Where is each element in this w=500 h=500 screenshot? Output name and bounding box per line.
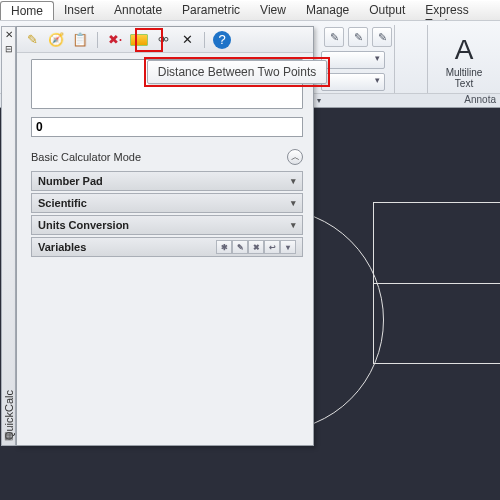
properties-icon[interactable]: ▦ [4,430,13,441]
ruler-icon [130,34,148,46]
clear-history-icon[interactable]: 🧭 [47,31,65,49]
rectangle-shape [373,202,500,364]
distance-tooltip: Distance Between Two Points [147,60,327,84]
tab-view[interactable]: View [250,1,296,20]
ribbon-button-1[interactable]: ✎ [324,27,344,47]
section-label: Units Conversion [38,219,129,231]
tab-parametric[interactable]: Parametric [172,1,250,20]
ribbon-small-buttons: ✎ ✎ ✎ [324,27,392,47]
var-return-icon[interactable]: ↩ [264,240,280,254]
section-label: Scientific [38,197,87,209]
autohide-pin-icon[interactable]: ⊟ [2,44,15,54]
paste-value-icon[interactable]: 📋 [71,31,89,49]
intersection-icon[interactable]: ✕ [178,31,196,49]
section-number-pad[interactable]: Number Pad ▾ [31,171,303,191]
section-units-conversion[interactable]: Units Conversion ▾ [31,215,303,235]
ribbon-dropdown-2[interactable] [321,73,385,91]
multiline-text-button[interactable]: A Multiline Text [438,33,490,89]
chevron-down-icon: ▾ [291,220,296,230]
ribbon-button-2[interactable]: ✎ [348,27,368,47]
svg-text:A: A [455,34,474,65]
section-label: Number Pad [38,175,103,187]
section-scientific[interactable]: Scientific ▾ [31,193,303,213]
chevron-down-icon: ▾ [291,176,296,186]
ribbon-dropdown-1[interactable] [321,51,385,69]
get-coordinates-icon[interactable]: ✖• [106,31,124,49]
tab-home[interactable]: Home [0,1,54,20]
calculator-mode-label: Basic Calculator Mode [31,151,141,163]
multiline-text-label: Multiline Text [438,67,490,89]
tab-output[interactable]: Output [359,1,415,20]
calculator-mode-row: Basic Calculator Mode ︿ [31,147,303,167]
tab-insert[interactable]: Insert [54,1,104,20]
quickcalc-palette: ✎ 🧭 📋 ✖• ⚮ ✕ ? Distance Between Two Poin… [16,26,314,446]
collapse-toggle-icon[interactable]: ︿ [287,149,303,165]
ribbon-separator-2 [427,25,428,97]
ribbon-separator [394,25,395,97]
ribbon-button-3[interactable]: ✎ [372,27,392,47]
section-label: Variables [38,241,86,253]
tab-manage[interactable]: Manage [296,1,359,20]
tab-express-tools[interactable]: Express Tools [415,1,500,20]
quickcalc-toolbar: ✎ 🧭 📋 ✖• ⚮ ✕ ? [17,27,313,53]
multiline-text-icon: A [444,33,484,65]
variables-toolbar: ✱ ✎ ✖ ↩ ▾ [216,240,296,254]
tab-annotate[interactable]: Annotate [104,1,172,20]
help-icon[interactable]: ? [213,31,231,49]
var-delete-icon[interactable]: ✖ [248,240,264,254]
angle-icon[interactable]: ⚮ [154,31,172,49]
main-menu-bar: Home Insert Annotate Parametric View Man… [0,0,500,20]
toolbar-separator [97,32,98,48]
quickcalc-sections: Number Pad ▾ Scientific ▾ Units Conversi… [31,171,303,259]
var-new-icon[interactable]: ✱ [216,240,232,254]
var-edit-icon[interactable]: ✎ [232,240,248,254]
section-variables[interactable]: Variables ✱ ✎ ✖ ↩ ▾ [31,237,303,257]
toolbar-separator-2 [204,32,205,48]
quickcalc-title-bar[interactable]: ✕ ⊟ QuickCalc ▦ [1,26,16,446]
close-icon[interactable]: ✕ [2,29,15,40]
clear-icon[interactable]: ✎ [23,31,41,49]
quickcalc-input[interactable]: 0 [31,117,303,137]
ribbon-group-annotation[interactable]: Annota [464,94,496,105]
chevron-down-icon[interactable]: ▾ [280,240,296,254]
chevron-down-icon: ▾ [291,198,296,208]
distance-two-points-button[interactable] [130,31,148,49]
